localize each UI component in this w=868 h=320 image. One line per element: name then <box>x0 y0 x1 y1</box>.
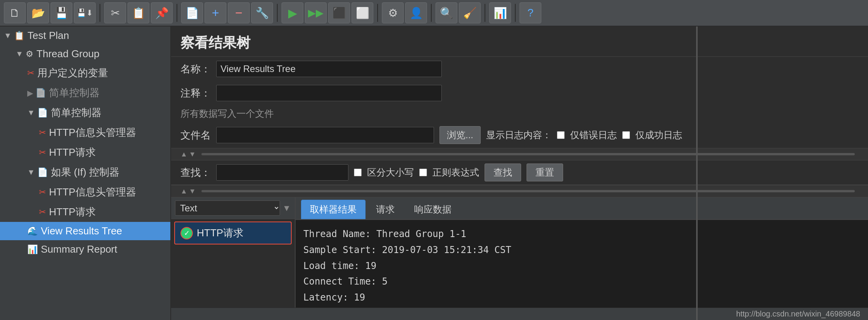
reset-button[interactable]: 重置 <box>527 164 563 181</box>
help-button[interactable]: ? <box>520 2 541 23</box>
stop-button[interactable]: ⬛ <box>328 2 350 23</box>
expand-arrow-simple-ctrl-2: ▼ <box>27 108 35 117</box>
name-row: 名称： <box>171 57 868 81</box>
tree-item-user-vars[interactable]: ✂ 用户定义的变量 <box>0 63 170 83</box>
tree-item-test-plan[interactable]: ▼ 📋 Test Plan <box>0 26 170 45</box>
http-header-1-icon: ✂ <box>39 128 46 138</box>
remove-button[interactable]: − <box>228 2 250 23</box>
clear-button[interactable]: 🧹 <box>459 2 481 23</box>
panel-divider-2: ▲ ▼ <box>171 185 868 197</box>
resize-handle-1[interactable] <box>201 153 855 155</box>
tree-label-http-header-1: HTTP信息头管理器 <box>49 126 136 139</box>
dropdown-row: Text ▼ <box>171 197 295 219</box>
dropdown-arrow-icon[interactable]: ▼ <box>282 203 291 213</box>
thread-group-icon: ⚙ <box>26 49 33 59</box>
search-label: 查找： <box>180 166 211 179</box>
tree-item-view-results-tree[interactable]: 🌊 View Results Tree <box>0 222 170 240</box>
view-results-tree-icon: 🌊 <box>27 226 38 236</box>
collapse-arrow-up-2[interactable]: ▲ <box>180 187 187 195</box>
results-list: Text ▼ ✓ HTTP请求 <box>171 197 296 308</box>
tree-item-if-ctrl[interactable]: ▼ 📄 如果 (If) 控制器 <box>0 162 170 182</box>
tree-label-simple-ctrl-1: 简单控制器 <box>49 86 100 100</box>
tree-item-http-header-1[interactable]: ✂ HTTP信息头管理器 <box>0 123 170 142</box>
tree-label-user-vars: 用户定义的变量 <box>37 66 108 80</box>
name-label: 名称： <box>180 62 211 76</box>
status-url: http://blog.csdn.net/wixin_46989848 <box>736 309 860 318</box>
http-request-1-icon: ✂ <box>39 148 46 158</box>
comment-row: 注释： <box>171 81 868 105</box>
tree-label-if-ctrl: 如果 (If) 控制器 <box>51 165 119 179</box>
success-log-checkbox[interactable] <box>622 131 630 139</box>
paste-button[interactable]: 📌 <box>151 2 173 23</box>
main-layout: ▼ 📋 Test Plan ▼ ⚙ Thread Group ✂ 用户定义的变量… <box>0 26 868 320</box>
tree-label-http-request-1: HTTP请求 <box>49 146 96 159</box>
resize-handle-2[interactable] <box>201 190 855 192</box>
result-status-icon: ✓ <box>180 227 193 239</box>
browse-button[interactable]: 🔧 <box>251 2 273 23</box>
toolbar-sep-5 <box>431 4 432 22</box>
filename-input[interactable] <box>216 127 434 143</box>
cut-button[interactable]: ✂ <box>104 2 126 23</box>
search-row: 查找： 区分大小写 正则表达式 查找 重置 <box>171 160 868 185</box>
comment-label: 注释： <box>180 86 211 100</box>
http-header-2-icon: ✂ <box>39 187 46 197</box>
http-request-2-icon: ✂ <box>39 207 46 217</box>
name-input[interactable] <box>216 61 442 77</box>
file-note-text: 所有数据写入一个文件 <box>180 107 274 120</box>
collapse-arrow-down[interactable]: ▼ <box>189 150 196 158</box>
browse-button-inline[interactable]: 浏览... <box>439 126 481 144</box>
worker-button[interactable]: 👤 <box>405 2 427 23</box>
tree-item-summary-report[interactable]: 📊 Summary Report <box>0 240 170 258</box>
collapse-arrow-up[interactable]: ▲ <box>180 150 187 158</box>
error-log-checkbox[interactable] <box>557 131 565 139</box>
run-button[interactable]: ▶ <box>282 2 303 23</box>
expand-button[interactable]: 📄 <box>181 2 203 23</box>
toolbar-sep-3 <box>277 4 278 22</box>
save-as-button[interactable]: 💾⬇ <box>74 2 96 23</box>
tree-label-thread-group: Thread Group <box>37 48 100 60</box>
filename-row: 文件名 浏览... 显示日志内容： 仅错误日志 仅成功日志 <box>171 122 868 148</box>
simple-ctrl-2-icon: 📄 <box>37 108 48 118</box>
comment-input[interactable] <box>216 85 442 101</box>
tab-response-data[interactable]: 响应数据 <box>405 200 460 219</box>
detail-line-2: Load time: 19 <box>303 258 860 274</box>
result-item-label: HTTP请求 <box>197 226 243 240</box>
tab-sampler-result[interactable]: 取样器结果 <box>301 200 366 219</box>
open-button[interactable]: 📂 <box>27 2 49 23</box>
tree-item-simple-ctrl-1[interactable]: ▶ 📄 简单控制器 <box>0 83 170 103</box>
tree-label-simple-ctrl-2: 简单控制器 <box>51 106 102 120</box>
format-select[interactable]: Text <box>175 200 280 216</box>
test-plan-icon: 📋 <box>14 31 24 41</box>
tree-item-http-request-2[interactable]: ✂ HTTP请求 <box>0 202 170 222</box>
search-button[interactable]: 🔍 <box>436 2 457 23</box>
collapse-arrow-down-2[interactable]: ▼ <box>189 187 196 195</box>
results-area: Text ▼ ✓ HTTP请求 取样器结果 请求 响应数据 <box>171 197 868 308</box>
result-item-http-request[interactable]: ✓ HTTP请求 <box>174 222 292 244</box>
find-button[interactable]: 查找 <box>485 164 521 181</box>
stop-now-button[interactable]: ⬜ <box>352 2 373 23</box>
settings-button[interactable]: ⚙ <box>382 2 404 23</box>
tab-request[interactable]: 请求 <box>367 200 404 219</box>
regex-checkbox[interactable] <box>419 169 427 176</box>
new-button[interactable]: 🗋 <box>4 2 26 23</box>
tree-item-simple-ctrl-2[interactable]: ▼ 📄 简单控制器 <box>0 103 170 123</box>
detail-line-3: Connect Time: 5 <box>303 274 860 290</box>
tree-label-http-header-2: HTTP信息头管理器 <box>49 185 136 199</box>
expand-arrow-thread-group: ▼ <box>16 49 23 58</box>
search-input[interactable] <box>216 164 348 181</box>
save-button[interactable]: 💾 <box>51 2 72 23</box>
toolbar-sep-1 <box>100 4 100 22</box>
error-log-label: 仅错误日志 <box>570 129 617 141</box>
tree-item-http-header-2[interactable]: ✂ HTTP信息头管理器 <box>0 182 170 202</box>
case-checkbox[interactable] <box>354 169 362 176</box>
tree-item-thread-group[interactable]: ▼ ⚙ Thread Group <box>0 45 170 63</box>
tree-item-http-request-1[interactable]: ✂ HTTP请求 <box>0 142 170 162</box>
chart-button[interactable]: 📊 <box>489 2 511 23</box>
right-panel: 察看结果树 名称： 注释： 所有数据写入一个文件 文件名 浏览... 显示日志内… <box>171 26 868 320</box>
add-button[interactable]: + <box>205 2 226 23</box>
copy-button[interactable]: 📋 <box>128 2 149 23</box>
toolbar-sep-4 <box>377 4 378 22</box>
status-bar: http://blog.csdn.net/wixin_46989848 <box>171 308 868 320</box>
run-no-pause-button[interactable]: ▶▶ <box>305 2 327 23</box>
expand-arrow-test-plan: ▼ <box>4 31 12 40</box>
